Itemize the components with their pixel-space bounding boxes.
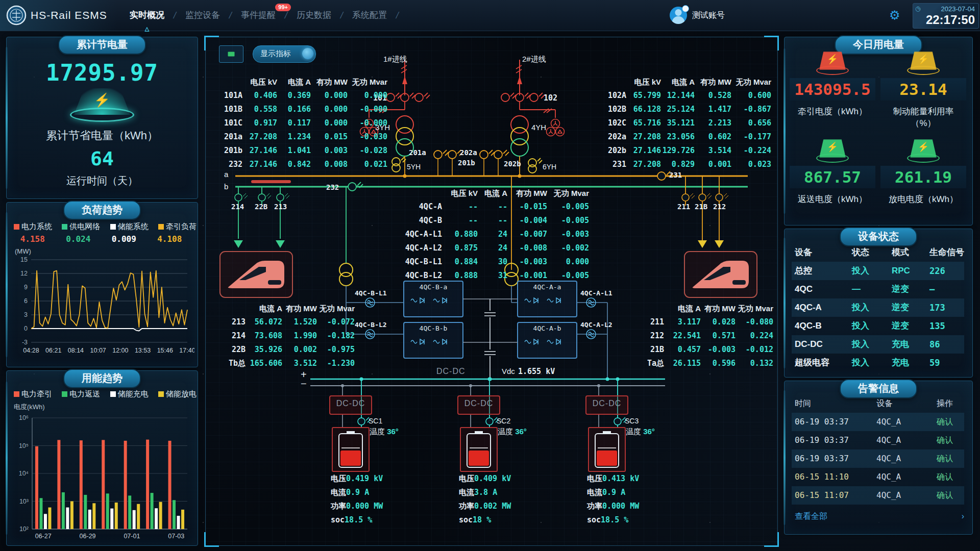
bar-电力牵引 <box>80 440 83 529</box>
switch-202b-label: 202b <box>504 160 521 168</box>
alarm-confirm-button[interactable]: 确认 <box>937 468 967 486</box>
tab-history-data[interactable]: 历史数据 <box>288 0 339 31</box>
sc-switch-label: SC1 <box>369 417 382 425</box>
energy-trend-legend: 电力牵引 电力返送 储能充电 储能放电 <box>10 389 201 399</box>
series-牵引负荷 <box>31 271 187 329</box>
legend-item[interactable]: 储能系统 <box>110 222 149 232</box>
panel-title: 累计节电量 <box>58 35 146 55</box>
device-status: 投入 <box>852 317 892 335</box>
chevron-right-icon[interactable]: › <box>962 508 964 525</box>
legend-item[interactable]: 电力返送 <box>62 389 100 399</box>
switch-231-label: 231 <box>669 171 682 179</box>
cell: 27.208 <box>626 158 661 171</box>
bar-电力返送 <box>151 493 154 529</box>
legend-item[interactable]: 储能放电 <box>158 389 197 399</box>
col-header: 无功 Mvar <box>736 302 773 315</box>
cell: -0.003 <box>547 228 589 241</box>
cell: -0.005 <box>547 269 589 283</box>
cell: 0.842 <box>277 158 311 171</box>
converter-label: 4QC-B-b <box>405 324 462 332</box>
y-tick-label: 0 <box>24 325 28 332</box>
panel-title: 用能趋势 <box>63 369 141 388</box>
alarm-time: 06-15 11:07 <box>795 486 876 505</box>
device-signal: 86 <box>929 335 967 354</box>
cell: 0.015 <box>311 130 348 144</box>
section-switch-232[interactable] <box>348 182 363 191</box>
qca-l1-label: 4QC-A-L1 <box>580 289 612 297</box>
switch-22b-label: 22B <box>255 203 267 211</box>
table-row: 4QC-B-L2 0.888 31 -0.001 -0.005 <box>394 269 589 283</box>
row-id: 4QC-B <box>394 214 442 228</box>
table-row: 4QC-A -- -- -0.015 -0.005 <box>394 200 589 214</box>
converter-4qc-a <box>518 281 577 358</box>
legend-item[interactable]: 供电网络 <box>62 222 100 232</box>
table-row: 212 22.541 0.571 0.224 <box>639 329 773 343</box>
table-row: 22B 35.926 0.002 -0.975 <box>220 343 355 357</box>
battery-power-line: 功率0.000 MW <box>587 502 639 511</box>
tab-label: 监控设备 <box>185 10 220 20</box>
device-row: 4QC-A 投入 逆变 173 <box>792 298 964 317</box>
cell: 129.726 <box>661 144 695 158</box>
view-all-link[interactable]: 查看全部 <box>795 508 827 525</box>
legend-label: 供电网络 <box>69 222 100 232</box>
feeder2-label: 2#进线 <box>522 55 546 64</box>
row-id: 201b <box>216 144 242 158</box>
device-name: 4QC-B <box>795 317 852 335</box>
cell: -0.080 <box>736 315 773 329</box>
alarm-confirm-button[interactable]: 确认 <box>937 486 967 505</box>
cell: 0.558 <box>242 103 277 116</box>
train-icon-left <box>220 252 292 297</box>
alarm-confirm-button[interactable]: 确认 <box>937 449 967 468</box>
alarm-time: 06-15 11:10 <box>795 468 876 486</box>
cell: 0.600 <box>731 89 771 103</box>
cell: 0.917 <box>242 116 277 130</box>
device-row: 超级电容 投入 充电 59 <box>792 354 964 372</box>
tab-monitor-devices[interactable]: 监控设备 <box>177 0 228 31</box>
load-trend-current-values: 4.1580.0240.0094.108 <box>10 234 192 244</box>
current-value: 4.108 <box>147 234 193 244</box>
panel-total-savings: 累计节电量 17295.97 ⚡ 累计节省电量（kWh） 64 运行时间（天） <box>6 37 198 199</box>
row-id: 4QC-A <box>394 200 442 214</box>
bar-电力牵引 <box>124 441 127 529</box>
cell: 3.512 <box>282 357 317 370</box>
cell: -0.072 <box>317 315 355 329</box>
cell: -- <box>478 200 507 214</box>
switch-21b-label: 21B <box>695 203 707 211</box>
user-name: 测试账号 <box>692 0 725 31</box>
legend-item[interactable]: 牵引负荷 <box>158 222 197 232</box>
bar-储能充电 <box>88 510 91 529</box>
cell: 0.369 <box>277 89 311 103</box>
row-id: 4QC-B-L1 <box>394 255 442 269</box>
total-savings-value: 17295.97 <box>7 60 198 86</box>
nav-tabs: 实时概况 △ / 监控设备 / 事件提醒 99+ / 历史数据 / 系统配置 / <box>121 0 400 31</box>
col-header: 电压 kV <box>442 186 478 200</box>
energy-emblem-icon: ⚡ <box>816 139 849 163</box>
cell: 0.166 <box>277 103 311 116</box>
temp-label: 温度 <box>626 427 641 436</box>
tab-realtime-overview[interactable]: 实时概况 △ <box>121 0 173 31</box>
device-name: 4QC-A <box>795 298 852 317</box>
table-row: 214 73.608 1.990 -0.182 <box>220 329 355 343</box>
row-id: 102C <box>600 116 626 130</box>
table-row: 101A 0.406 0.369 0.000 0.000 <box>216 89 387 103</box>
settings-gear-icon[interactable]: ⚙ <box>889 0 900 31</box>
cell: 73.608 <box>246 329 282 343</box>
bar-储能充电 <box>44 514 47 529</box>
energy-label: 放电电度（kWh） <box>880 193 966 205</box>
switch-214-label: 214 <box>231 203 244 211</box>
x-tick-label: 10:07 <box>90 347 106 354</box>
legend-item[interactable]: 电力系统 <box>14 222 52 232</box>
legend-item[interactable]: 电力牵引 <box>14 389 52 399</box>
bar-电力牵引 <box>146 440 149 529</box>
legend-item[interactable]: 储能充电 <box>110 389 149 399</box>
alarm-confirm-button[interactable]: 确认 <box>937 413 967 431</box>
alarm-confirm-button[interactable]: 确认 <box>937 431 967 449</box>
cell: 0.028 <box>701 315 736 329</box>
alarm-device: 4QC_A <box>876 468 937 486</box>
tab-event-alerts[interactable]: 事件提醒 99+ <box>233 0 284 31</box>
cell: -0.003 <box>507 255 547 269</box>
panel-device-status: 设备状态 设备 状态 模式 生命信号 总控 投入 RPC 226 4QC — 逆… <box>784 229 973 378</box>
tab-system-config[interactable]: 系统配置 <box>344 0 395 31</box>
legend-label: 储能放电 <box>166 389 197 399</box>
device-status: 投入 <box>852 354 892 372</box>
